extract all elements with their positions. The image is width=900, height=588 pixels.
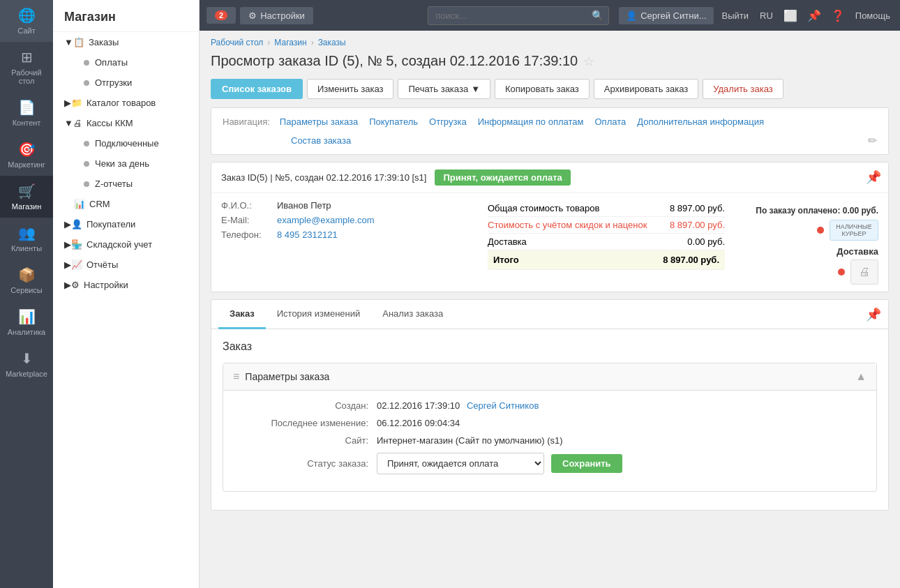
copy-order-button[interactable]: Копировать заказ <box>495 79 590 99</box>
sidebar-group-orders[interactable]: ▼ 📋 Заказы <box>53 32 199 52</box>
connected-bullet <box>84 141 89 146</box>
payment-title: По заказу оплачено: 0.00 руб. <box>739 206 878 216</box>
created-by-link[interactable]: Сергей Ситников <box>467 400 539 411</box>
sidebar-item-shop[interactable]: 🛒 Магазин <box>0 176 53 218</box>
sidebar-item-marketing[interactable]: 🎯 Маркетинг <box>0 134 53 176</box>
nav-extra-info-link[interactable]: Дополнительная информация <box>634 115 767 128</box>
order-card-body: Ф.И.О.: Иванов Петр E-Mail: example@exam… <box>211 193 888 292</box>
clients-icon: 👥 <box>18 225 36 241</box>
sidebar-group-settings[interactable]: ▶ ⚙ Настройки <box>53 275 199 295</box>
sidebar-title: Магазин <box>53 0 199 32</box>
save-status-button[interactable]: Сохранить <box>551 454 622 473</box>
breadcrumb-sep2: › <box>311 38 314 47</box>
kkm-arrow: ▼ <box>64 118 73 128</box>
delivery-title: Доставка <box>739 246 878 257</box>
sidebar-group-catalog[interactable]: ▶ 📁 Каталог товаров <box>53 93 199 113</box>
sidebar-label-warehouse: Складской учет <box>87 239 152 250</box>
status-select[interactable]: Принят, ожидается оплата Оплачен В обраб… <box>377 453 544 474</box>
nav-label-marketplace: Marketplace <box>6 370 47 378</box>
sidebar-item-clients[interactable]: 👥 Клиенты <box>0 218 53 259</box>
list-orders-button[interactable]: Список заказов <box>211 79 303 99</box>
navigation-section: Навигация: Параметры заказа Покупатель О… <box>211 107 889 155</box>
sidebar-item-daily-checks[interactable]: Чеки за день <box>73 153 199 174</box>
settings-icon: ⚙ <box>71 280 80 290</box>
topbar: 2 ⚙ Настройки 🔍 👤 Сергей Ситни... Выйти … <box>200 0 900 31</box>
edit-order-button[interactable]: Изменить заказ <box>307 79 393 99</box>
reports-icon: 📈 <box>71 259 82 270</box>
tab-history[interactable]: История изменений <box>266 300 372 329</box>
sidebar-item-site[interactable]: 🌐 Сайт <box>0 0 53 42</box>
site-label: Сайт: <box>237 435 377 446</box>
sidebar-item-payments[interactable]: Оплаты <box>73 52 199 73</box>
nav-shipment-link[interactable]: Отгрузка <box>426 115 470 128</box>
tab-order[interactable]: Заказ <box>218 300 266 329</box>
sidebar-item-marketplace[interactable]: ⬇ Marketplace <box>0 343 53 385</box>
sidebar-label-settings: Настройки <box>84 280 128 290</box>
print-order-label: Печать заказа <box>408 84 468 94</box>
breadcrumb-shop[interactable]: Магазин <box>274 38 306 47</box>
card-pin-icon[interactable]: 📌 <box>866 169 881 185</box>
nav-composition-link[interactable]: Состав заказа <box>288 134 354 147</box>
nav-edit-icon[interactable]: ✏ <box>868 134 877 147</box>
delete-order-button[interactable]: Удалить заказ <box>703 79 783 99</box>
tab-analysis[interactable]: Анализ заказа <box>371 300 454 329</box>
settings-button[interactable]: ⚙ Настройки <box>240 7 313 24</box>
summary-discount: Стоимость с учётом скидок и наценок 8 89… <box>488 217 725 234</box>
sidebar-group-warehouse[interactable]: ▶ 🏪 Складской учет <box>53 234 199 255</box>
breadcrumb-orders[interactable]: Заказы <box>318 38 346 47</box>
discount-value: 8 897.00 руб. <box>670 220 725 230</box>
params-section-title: Параметры заказа <box>245 371 329 382</box>
sidebar-group-reports[interactable]: ▶ 📈 Отчёты <box>53 255 199 275</box>
sidebar-item-services[interactable]: 📦 Сервисы <box>0 259 53 301</box>
sidebar-group-customers[interactable]: ▶ 👤 Покупатели <box>53 214 199 234</box>
params-header[interactable]: ≡ Параметры заказа ▲ <box>223 363 876 391</box>
collapse-icon[interactable]: ▲ <box>855 370 867 383</box>
logout-link[interactable]: Выйти <box>719 10 752 21</box>
sidebar-label-kkm: Кассы ККМ <box>87 118 133 128</box>
order-payment-col: По заказу оплачено: 0.00 руб. НАЛИЧНЫЕ К… <box>739 200 878 285</box>
nav-payment-info-link[interactable]: Информация по оплатам <box>475 115 587 128</box>
help-icon[interactable]: ❓ <box>829 9 847 22</box>
sidebar-group-crm[interactable]: 📊 CRM <box>53 194 199 214</box>
site-row: Сайт: Интернет-магазин (Сайт по умолчани… <box>237 435 862 446</box>
lang-selector[interactable]: RU <box>757 10 776 21</box>
search-input[interactable] <box>428 6 609 25</box>
customers-arrow: ▶ <box>64 219 71 229</box>
email-link[interactable]: example@example.com <box>277 215 375 225</box>
tab-pin-icon[interactable]: 📌 <box>866 307 881 322</box>
sidebar-item-workspace[interactable]: ⊞ Рабочий стол <box>0 42 53 92</box>
phone-link[interactable]: 8 495 2312121 <box>277 229 338 240</box>
archive-order-button[interactable]: Архивировать заказ <box>594 79 698 99</box>
notifications-button[interactable]: 2 <box>207 7 236 24</box>
created-label: Создан: <box>237 400 377 411</box>
orders-arrow: ▼ <box>64 37 73 47</box>
bookmark-icon[interactable]: 📌 <box>805 9 823 22</box>
nav-payment-link[interactable]: Оплата <box>592 115 629 128</box>
help-link[interactable]: Помощь <box>853 10 893 21</box>
print-order-button[interactable]: Печать заказа ▼ <box>398 79 490 99</box>
sidebar-item-analytics[interactable]: 📊 Аналитика <box>0 301 53 343</box>
daily-bullet <box>84 161 89 167</box>
settings-label: Настройки <box>260 10 305 21</box>
breadcrumb: Рабочий стол › Магазин › Заказы <box>211 38 889 47</box>
sidebar-group-kkm[interactable]: ▼ 🖨 Кассы ККМ <box>53 113 199 133</box>
sidebar-label-payments: Оплаты <box>95 57 128 68</box>
nav-label: Навигация: <box>223 116 270 127</box>
nav-buyer-link[interactable]: Покупатель <box>366 115 421 128</box>
breadcrumb-workspace[interactable]: Рабочий стол <box>211 38 263 47</box>
shipments-bullet <box>84 80 89 86</box>
sidebar: Магазин ▼ 📋 Заказы Оплаты Отгрузки ▶ 📁 К… <box>53 0 200 588</box>
sidebar-item-shipments[interactable]: Отгрузки <box>73 73 199 93</box>
sidebar-label-shipments: Отгрузки <box>95 77 132 88</box>
sidebar-item-content[interactable]: 📄 Контент <box>0 92 53 134</box>
topbar-right: 👤 Сергей Ситни... Выйти RU ⬜ 📌 ❓ Помощь <box>619 7 893 24</box>
fio-label: Ф.И.О.: <box>221 200 277 211</box>
sidebar-item-zreports[interactable]: Z-отчеты <box>73 174 199 194</box>
gear-icon: ⚙ <box>248 10 257 21</box>
screen-icon[interactable]: ⬜ <box>781 9 800 22</box>
user-menu[interactable]: 👤 Сергей Ситни... <box>619 7 713 24</box>
nav-params-link[interactable]: Параметры заказа <box>277 115 361 128</box>
warehouse-icon: 🏪 <box>71 239 82 250</box>
sidebar-item-connected[interactable]: Подключенные <box>73 133 199 153</box>
favorite-star-icon[interactable]: ☆ <box>583 54 594 69</box>
